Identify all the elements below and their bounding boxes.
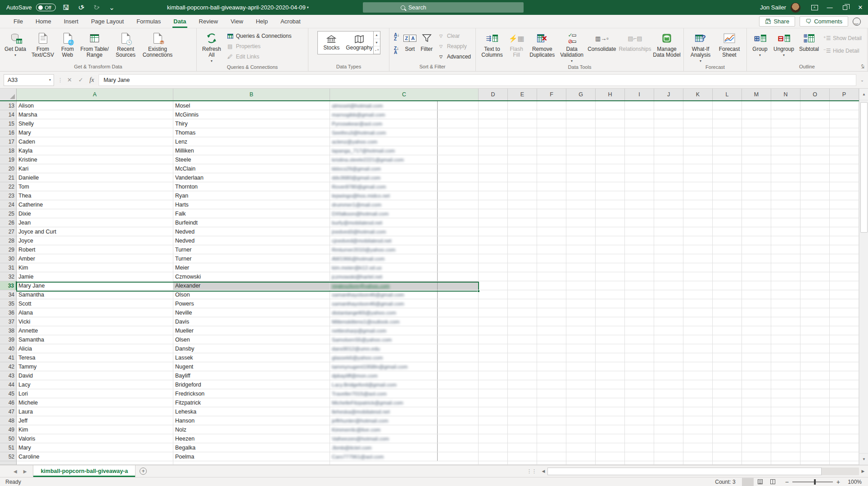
scroll-right-button[interactable]: ▶	[859, 469, 867, 473]
grid-cell[interactable]	[479, 272, 508, 281]
grid-cell[interactable]	[537, 236, 566, 245]
grid-cell[interactable]	[742, 236, 771, 245]
grid-cell[interactable]: Begalka	[173, 443, 330, 452]
grid-cell[interactable]	[537, 416, 566, 425]
grid-cell[interactable]: MichelleFitzpatrick@gmail.com	[330, 398, 479, 407]
grid-cell[interactable]	[566, 101, 596, 110]
new-sheet-button[interactable]: +	[136, 465, 151, 477]
grid-cell[interactable]	[742, 263, 771, 272]
grid-cell[interactable]	[537, 119, 566, 128]
grid-cell[interactable]	[683, 425, 713, 434]
sheet-nav-left-icon[interactable]: ◀	[14, 469, 17, 474]
document-title-area[interactable]: kimball-popcorn-ball-giveaway-april-2020…	[167, 0, 309, 15]
grid-cell[interactable]	[683, 299, 713, 308]
grid-cell[interactable]	[683, 344, 713, 353]
grid-cell[interactable]	[713, 281, 742, 290]
grid-cell[interactable]	[800, 326, 830, 335]
cancel-entry-button[interactable]: ✕	[67, 76, 72, 83]
gallery-down-button[interactable]: ▼	[374, 39, 380, 47]
grid-cell[interactable]	[713, 461, 742, 465]
tab-insert[interactable]: Insert	[58, 15, 85, 28]
grid-cell[interactable]: distantangel65@yahoo.com	[330, 308, 479, 317]
grid-cell[interactable]	[742, 443, 771, 452]
grid-cell[interactable]	[508, 416, 537, 425]
grid-cell[interactable]	[830, 461, 859, 465]
grid-cell[interactable]	[771, 299, 800, 308]
column-header-C[interactable]: C	[330, 89, 479, 100]
grid-cell[interactable]	[566, 263, 596, 272]
grid-cell[interactable]	[771, 137, 800, 146]
grid-cell[interactable]: Bayliff	[173, 371, 330, 380]
grid-cell[interactable]: Poelma	[173, 452, 330, 461]
grid-cell[interactable]	[537, 290, 566, 299]
grid-cell[interactable]	[742, 191, 771, 200]
grid-cell[interactable]	[713, 155, 742, 164]
grid-cell[interactable]	[625, 299, 654, 308]
grid-cell[interactable]	[830, 182, 859, 191]
scroll-down-button[interactable]: ▼	[859, 453, 868, 465]
row-header-19[interactable]: 19	[0, 155, 17, 164]
grid-cell[interactable]	[479, 164, 508, 173]
grid-cell[interactable]	[508, 317, 537, 326]
grid-cell[interactable]	[537, 209, 566, 218]
column-header-D[interactable]: D	[479, 89, 508, 100]
row-header-50[interactable]: 50	[0, 434, 17, 443]
grid-cell[interactable]	[771, 281, 800, 290]
grid-cell[interactable]: Thiry	[173, 119, 330, 128]
grid-cell[interactable]	[625, 443, 654, 452]
grid-cell[interactable]	[683, 173, 713, 182]
grid-cell[interactable]: Czmowski	[173, 272, 330, 281]
grid-cell[interactable]: Mosel	[173, 101, 330, 110]
grid-cell[interactable]	[800, 209, 830, 218]
grid-cell[interactable]	[713, 191, 742, 200]
grid-cell[interactable]	[742, 110, 771, 119]
grid-cell[interactable]	[742, 290, 771, 299]
grid-cell[interactable]	[713, 272, 742, 281]
grid-cell[interactable]	[479, 227, 508, 236]
undo-button[interactable]: ↺▾	[76, 2, 86, 13]
grid-cell[interactable]	[654, 362, 683, 371]
grid-cell[interactable]	[479, 407, 508, 416]
grid-cell[interactable]	[596, 137, 625, 146]
grid-cell[interactable]	[800, 254, 830, 263]
grid-cell[interactable]: mjalexzilore@yahoo.com	[330, 281, 479, 290]
grid-cell[interactable]	[508, 137, 537, 146]
grid-cell[interactable]	[800, 200, 830, 209]
grid-cell[interactable]	[566, 272, 596, 281]
grid-cell[interactable]: Thomas	[173, 128, 330, 137]
grid-cell[interactable]	[742, 326, 771, 335]
grid-cell[interactable]	[596, 344, 625, 353]
grid-cell[interactable]	[742, 272, 771, 281]
grid-cell[interactable]	[713, 362, 742, 371]
grid-cell[interactable]	[479, 110, 508, 119]
horizontal-scroll-track[interactable]	[547, 468, 859, 475]
row-header-46[interactable]: 46	[0, 398, 17, 407]
grid-cell[interactable]	[508, 461, 537, 465]
grid-cell[interactable]	[713, 227, 742, 236]
grid-cell[interactable]	[771, 146, 800, 155]
grid-cell[interactable]: Ryan	[173, 191, 330, 200]
grid-cell[interactable]: Steele	[173, 155, 330, 164]
grid-cell[interactable]	[479, 434, 508, 443]
grid-cell[interactable]	[742, 227, 771, 236]
grid-cell[interactable]	[771, 209, 800, 218]
grid-cell[interactable]	[566, 254, 596, 263]
grid-cell[interactable]	[596, 110, 625, 119]
grid-cell[interactable]	[830, 281, 859, 290]
grid-cell[interactable]	[742, 461, 771, 465]
grid-cell[interactable]	[479, 308, 508, 317]
grid-cell[interactable]	[713, 299, 742, 308]
grid-cell[interactable]: Leheska	[173, 407, 330, 416]
grid-cell[interactable]	[683, 380, 713, 389]
grid-cell[interactable]	[713, 317, 742, 326]
grid-cell[interactable]: nettiesharp@gmail.com	[330, 326, 479, 335]
grid-cell[interactable]	[713, 236, 742, 245]
tab-page-layout[interactable]: Page Layout	[85, 15, 130, 28]
grid-cell[interactable]	[566, 128, 596, 137]
grid-cell[interactable]	[596, 236, 625, 245]
grid-cell[interactable]	[830, 434, 859, 443]
grid-cell[interactable]	[713, 245, 742, 254]
grid-cell[interactable]	[800, 344, 830, 353]
tab-help[interactable]: Help	[249, 15, 274, 28]
grid-cell[interactable]	[537, 434, 566, 443]
